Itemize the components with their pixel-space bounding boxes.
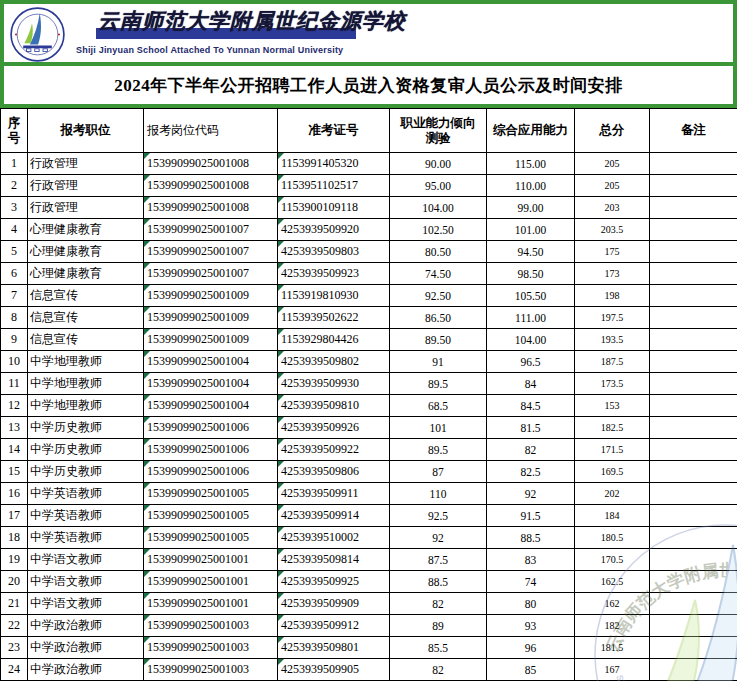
cell-exam-id: 4253939509909 [278,593,390,615]
cell-exam-id: 4253939509801 [278,637,390,659]
cell-application-score: 81.5 [487,417,575,439]
cell-post-code: 15399099025001006 [144,417,278,439]
cell-exam-id: 4253939509911 [278,483,390,505]
excel-error-triangle-icon [144,659,150,665]
cell-exam-id: 4253939509930 [278,373,390,395]
cell-exam-id: 4253939509922 [278,439,390,461]
excel-error-triangle-icon [278,439,284,445]
cell-application-score: 82 [487,439,575,461]
excel-error-triangle-icon [278,637,284,643]
excel-error-triangle-icon [278,461,284,467]
cell-index: 13 [1,417,28,439]
cell-index: 2 [1,175,28,197]
cell-application-score: 101.00 [487,219,575,241]
cell-index: 3 [1,197,28,219]
cell-index: 17 [1,505,28,527]
excel-error-triangle-icon [144,197,150,203]
cell-application-score: 115.00 [487,153,575,175]
cell-total-score: 182.5 [575,417,650,439]
cell-position: 信息宣传 [28,329,144,351]
table-row: 11中学地理教师15399099025001004425393950993089… [1,373,737,395]
cell-application-score: 98.50 [487,263,575,285]
table-row: 24中学政治教师15399099025001003425393950990582… [1,659,737,681]
cell-index: 7 [1,285,28,307]
cell-total-score: 187.5 [575,351,650,373]
table-row: 9信息宣传15399099025001009115392980442689.50… [1,329,737,351]
cell-aptitude-score: 87.5 [390,549,487,571]
cell-total-score: 202 [575,483,650,505]
cell-post-code: 15399099025001007 [144,219,278,241]
cell-position: 中学政治教师 [28,659,144,681]
cell-application-score: 96.5 [487,351,575,373]
cell-aptitude-score: 68.5 [390,395,487,417]
cell-remarks [650,659,737,681]
cell-application-score: 84 [487,373,575,395]
cell-exam-id: 4253939510002 [278,527,390,549]
cell-exam-id: 1153919810930 [278,285,390,307]
cell-application-score: 88.5 [487,527,575,549]
cell-aptitude-score: 82 [390,659,487,681]
cell-exam-id: 4253939509802 [278,351,390,373]
excel-error-triangle-icon [278,571,284,577]
cell-remarks [650,241,737,263]
excel-error-triangle-icon [144,417,150,423]
cell-aptitude-score: 88.5 [390,571,487,593]
school-name-cn: 云南师范大学附属世纪金源学校 [98,7,358,35]
cell-index: 24 [1,659,28,681]
cell-post-code: 15399099025001005 [144,483,278,505]
cell-total-score: 180.5 [575,527,650,549]
cell-index: 5 [1,241,28,263]
cell-exam-id: 4253939509914 [278,505,390,527]
col-header-index: 序号 [1,109,28,153]
cell-exam-id: 4253939509814 [278,549,390,571]
table-row: 22中学政治教师15399099025001003425393950991289… [1,615,737,637]
excel-error-triangle-icon [278,527,284,533]
excel-error-triangle-icon [278,241,284,247]
cell-index: 14 [1,439,28,461]
cell-exam-id: 4253939509803 [278,241,390,263]
cell-post-code: 15399099025001003 [144,637,278,659]
cell-aptitude-score: 86.50 [390,307,487,329]
excel-error-triangle-icon [144,373,150,379]
cell-position: 中学历史教师 [28,417,144,439]
excel-error-triangle-icon [144,153,150,159]
cell-exam-id: 1153991405320 [278,153,390,175]
cell-total-score: 175 [575,241,650,263]
table-row: 4心理健康教育153990990250010074253939509920102… [1,219,737,241]
table-row: 1行政管理15399099025001008115399140532090.00… [1,153,737,175]
cell-application-score: 111.00 [487,307,575,329]
cell-exam-id: 4253939509806 [278,461,390,483]
cell-post-code: 15399099025001009 [144,329,278,351]
table-row: 17中学英语教师15399099025001005425393950991492… [1,505,737,527]
excel-error-triangle-icon [144,527,150,533]
cell-application-score: 74 [487,571,575,593]
cell-total-score: 170.5 [575,549,650,571]
cell-remarks [650,637,737,659]
cell-index: 1 [1,153,28,175]
cell-aptitude-score: 91 [390,351,487,373]
cell-total-score: 203 [575,197,650,219]
cell-post-code: 15399099025001003 [144,659,278,681]
cell-remarks [650,175,737,197]
cell-index: 22 [1,615,28,637]
table-row: 12中学地理教师15399099025001004425393950981068… [1,395,737,417]
cell-application-score: 84.5 [487,395,575,417]
cell-application-score: 85 [487,659,575,681]
cell-index: 4 [1,219,28,241]
cell-aptitude-score: 92.50 [390,285,487,307]
cell-index: 16 [1,483,28,505]
table-row: 10中学地理教师15399099025001004425393950980291… [1,351,737,373]
cell-application-score: 93 [487,615,575,637]
excel-error-triangle-icon [144,615,150,621]
cell-post-code: 15399099025001007 [144,241,278,263]
excel-error-triangle-icon [278,329,284,335]
excel-error-triangle-icon [278,307,284,313]
table-row: 23中学政治教师15399099025001003425393950980185… [1,637,737,659]
cell-position: 信息宣传 [28,285,144,307]
col-header-exam-id: 准考证号 [278,109,390,153]
cell-remarks [650,263,737,285]
cell-remarks [650,571,737,593]
cell-position: 中学英语教师 [28,483,144,505]
table-row: 15中学历史教师15399099025001006425393950980687… [1,461,737,483]
cell-aptitude-score: 92 [390,527,487,549]
